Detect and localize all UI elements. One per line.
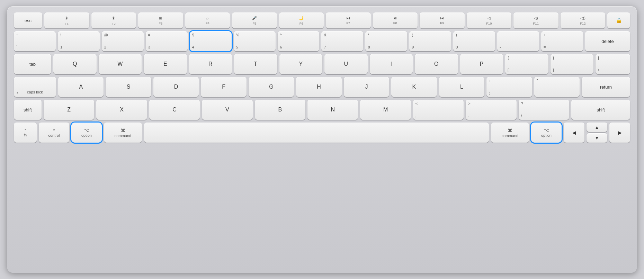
key-d[interactable]: D [153, 77, 199, 97]
key-shift-right[interactable]: shift [571, 100, 630, 120]
key-9[interactable]: ( 9 [409, 31, 451, 51]
key-g[interactable]: G [249, 77, 294, 97]
key-lock[interactable]: 🔒 [607, 12, 630, 28]
key-k[interactable]: K [391, 77, 437, 97]
key-v[interactable]: V [202, 100, 252, 120]
key-4[interactable]: $ 4 [190, 31, 232, 51]
key-arrow-up[interactable]: ▲ [587, 123, 607, 132]
key-shift-left[interactable]: shift [14, 100, 42, 120]
key-8[interactable]: * 8 [365, 31, 407, 51]
key-2[interactable]: @ 2 [102, 31, 144, 51]
key-space[interactable] [144, 123, 489, 143]
key-tab[interactable]: tab [14, 54, 51, 74]
key-option-right[interactable]: ⌥ option [531, 123, 562, 143]
number-row: ~ ` ! 1 @ 2 # 3 $ 4 [14, 31, 630, 51]
key-f9[interactable]: ⏭ F9 [420, 12, 465, 28]
key-z[interactable]: Z [44, 100, 94, 120]
key-tilde[interactable]: ~ ` [14, 31, 56, 51]
fn-row: esc ☀ F1 ☀ F2 ⊞ F3 ⌕ F4 [14, 12, 630, 28]
key-command-left[interactable]: ⌘ command [104, 123, 142, 143]
key-j[interactable]: J [344, 77, 389, 97]
key-l[interactable]: L [439, 77, 484, 97]
key-arrow-right[interactable]: ▶ [609, 123, 630, 143]
key-3[interactable]: # 3 [146, 31, 188, 51]
key-bracket-open[interactable]: { [ [505, 54, 548, 74]
key-e[interactable]: E [144, 54, 187, 74]
key-r[interactable]: R [189, 54, 232, 74]
key-comma[interactable]: < , [413, 100, 464, 120]
key-fn[interactable]: ⌃ fn [14, 123, 37, 143]
key-m[interactable]: M [360, 100, 411, 120]
key-slash[interactable]: ? / [519, 100, 569, 120]
key-f4[interactable]: ⌕ F4 [185, 12, 230, 28]
key-a[interactable]: A [58, 77, 104, 97]
key-equal[interactable]: + = [541, 31, 583, 51]
key-f5[interactable]: 🎤 F5 [232, 12, 277, 28]
key-h[interactable]: H [296, 77, 341, 97]
key-0[interactable]: ) 0 [453, 31, 495, 51]
key-f[interactable]: F [201, 77, 246, 97]
key-arrow-left[interactable]: ◀ [564, 123, 584, 143]
key-f1[interactable]: ☀ F1 [44, 12, 89, 28]
key-return[interactable]: return [582, 77, 630, 97]
key-p[interactable]: P [460, 54, 503, 74]
key-arrow-down[interactable]: ▼ [587, 133, 607, 143]
key-o[interactable]: O [415, 54, 458, 74]
key-x[interactable]: X [96, 100, 147, 120]
key-6[interactable]: ^ 6 [278, 31, 320, 51]
key-f3[interactable]: ⊞ F3 [138, 12, 183, 28]
zxcv-row: shift Z X C V B N M < , [14, 100, 630, 120]
key-option-left[interactable]: ⌥ option [71, 123, 102, 143]
key-command-right[interactable]: ⌘ command [491, 123, 529, 143]
key-esc[interactable]: esc [14, 12, 42, 28]
key-semicolon[interactable]: : ; [486, 77, 532, 97]
key-f10[interactable]: ◁ F10 [467, 12, 512, 28]
key-f7[interactable]: ⏮ F7 [326, 12, 371, 28]
asdf-row: • caps lock A S D F G H J K L [14, 77, 630, 97]
key-bracket-close[interactable]: } ] [551, 54, 594, 74]
key-s[interactable]: S [106, 77, 151, 97]
key-1[interactable]: ! 1 [58, 31, 100, 51]
key-i[interactable]: I [370, 54, 413, 74]
key-minus[interactable]: _ - [497, 31, 539, 51]
bottom-row: ⌃ fn ^ control ⌥ option ⌘ command [14, 123, 630, 143]
key-n[interactable]: N [307, 100, 358, 120]
key-7[interactable]: & 7 [321, 31, 363, 51]
key-delete[interactable]: delete [585, 31, 630, 51]
key-q[interactable]: Q [53, 54, 97, 74]
key-u[interactable]: U [324, 54, 368, 74]
keyboard: esc ☀ F1 ☀ F2 ⊞ F3 ⌕ F4 [7, 6, 637, 273]
key-5[interactable]: % 5 [234, 31, 276, 51]
key-f6[interactable]: 🌙 F6 [279, 12, 324, 28]
qwerty-row: tab Q W E R T Y U I O P [14, 54, 630, 74]
key-w[interactable]: W [99, 54, 142, 74]
key-f2[interactable]: ☀ F2 [91, 12, 136, 28]
key-f8[interactable]: ⏯ F8 [373, 12, 418, 28]
key-t[interactable]: T [234, 54, 277, 74]
key-caps-lock[interactable]: • caps lock [14, 77, 56, 97]
key-backslash[interactable]: | \ [596, 54, 630, 74]
key-quote[interactable]: " ' [534, 77, 580, 97]
key-c[interactable]: C [149, 100, 200, 120]
key-y[interactable]: Y [279, 54, 323, 74]
key-f12[interactable]: ◁)) F12 [561, 12, 606, 28]
key-period[interactable]: > . [466, 100, 516, 120]
key-f11[interactable]: ◁) F11 [513, 12, 558, 28]
key-control[interactable]: ^ control [39, 123, 69, 143]
key-b[interactable]: B [255, 100, 305, 120]
